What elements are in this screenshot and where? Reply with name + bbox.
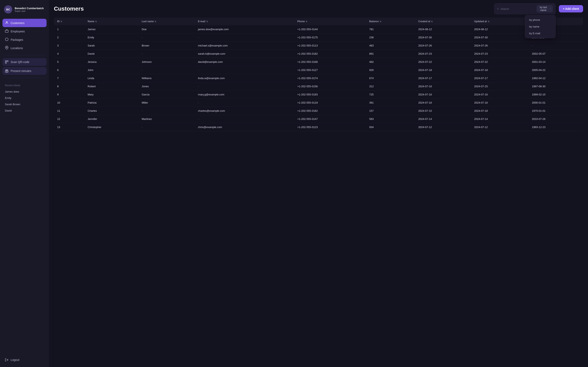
table-row[interactable]: 12JenniferMartinez-+1-202-555-0147583202… <box>54 115 583 123</box>
cell-phone: +1-202-555-0144 <box>294 25 366 33</box>
cell-email: - <box>195 66 294 74</box>
th-last_name[interactable]: Last name⇅ <box>138 17 195 25</box>
cell-phone: +1-202-555-0168 <box>294 58 366 66</box>
cell-last_name: - <box>138 107 195 115</box>
th-updated_at[interactable]: Updated at⇅ <box>471 17 528 25</box>
table-row[interactable]: 8RobertJones-+1-202-555-01563122024-07-1… <box>54 82 583 91</box>
cell-created_at: 2024-08-12 <box>415 25 471 33</box>
customers-table-container: ID⇅Name⇅Last name⇅E-mail⇅Phone⇅Balance⇅C… <box>49 17 588 367</box>
recent-client-item[interactable]: James does <box>2 89 47 95</box>
svg-point-3 <box>6 47 7 48</box>
cell-updated_at: 2024-07-23 <box>471 50 528 58</box>
table-row[interactable]: 10PatriciaMiller-+1-202-555-01193912024-… <box>54 99 583 107</box>
svg-rect-4 <box>5 60 6 62</box>
cell-name: Jennifer <box>84 115 138 123</box>
cell-balance: 236 <box>366 33 415 42</box>
recent-client-item[interactable]: David <box>2 108 47 114</box>
sidebar-item-employees[interactable]: Employees <box>2 27 47 35</box>
table-row[interactable]: 6John--+1-202-555-01279262024-07-182024-… <box>54 66 583 74</box>
cell-balance: 157 <box>366 107 415 115</box>
sidebar-item-customers[interactable]: Customers <box>2 19 47 27</box>
table-row[interactable]: 7LindaWilliamslinda.w@example.com+1-202-… <box>54 74 583 82</box>
cell-last_name: Johnson <box>138 58 195 66</box>
recent-client-item[interactable]: Emily <box>2 95 47 101</box>
table-row[interactable]: 4David-sarah.b@example.com+1-202-555-018… <box>54 50 583 58</box>
qr-icon <box>5 60 9 64</box>
scan-qr-button[interactable]: Scan QR-code <box>2 58 47 66</box>
table-row[interactable]: 13Christopher-chris@example.com+1-202-55… <box>54 123 583 131</box>
recent-client-item[interactable]: Sarah Brown <box>2 101 47 108</box>
sidebar: BC Benedict Cumberbatch Super user Custo… <box>0 0 49 367</box>
table-row[interactable]: 3SarahBrownmichael.s@example.com+1-202-5… <box>54 42 583 50</box>
cell-phone: +1-202-555-0174 <box>294 74 366 82</box>
cell-created_at: 2024-07-17 <box>415 74 471 82</box>
search-by-button[interactable]: by last name <box>536 5 553 12</box>
col-label: Created at <box>418 20 430 23</box>
cell-id: 5 <box>54 58 84 66</box>
cell-last_name: - <box>138 66 195 74</box>
cell-name: Sarah <box>84 42 138 50</box>
col-label: Updated at <box>474 20 487 23</box>
sort-icon: ⇅ <box>306 20 307 23</box>
cell-id: 11 <box>54 107 84 115</box>
divider2 <box>3 78 46 78</box>
cell-email: linda.w@example.com <box>195 74 294 82</box>
table-row[interactable]: 9MaryGarciamary.g@example.com+1-202-555-… <box>54 91 583 99</box>
cell-id: 9 <box>54 91 84 99</box>
user-name: Benedict Cumberbatch <box>15 7 44 10</box>
col-label: Phone <box>297 20 305 23</box>
cell-email: - <box>195 33 294 42</box>
table-row[interactable]: 5JessicaJohnsondavid@example.com+1-202-5… <box>54 58 583 66</box>
cell-id: 7 <box>54 74 84 82</box>
cell-phone: +1-202-555-0113 <box>294 42 366 50</box>
cell-phone: +1-202-555-0123 <box>294 123 366 131</box>
cell-balance: 926 <box>366 66 415 74</box>
user-profile: BC Benedict Cumberbatch Super user <box>2 3 47 17</box>
svg-rect-5 <box>7 60 8 62</box>
cell-birth_date: - <box>528 42 583 50</box>
logout-button[interactable]: Logout <box>2 356 47 364</box>
cell-birth_date: 1970-01-01 <box>528 107 583 115</box>
th-created_at[interactable]: Created at⇅ <box>415 17 471 25</box>
sort-icon: ⇅ <box>206 20 208 23</box>
th-email[interactable]: E-mail⇅ <box>195 17 294 25</box>
th-id[interactable]: ID⇅ <box>54 17 84 25</box>
cell-balance: 781 <box>366 25 415 33</box>
cell-email: mary.g@example.com <box>195 91 294 99</box>
cell-email: charles@example.com <box>195 107 294 115</box>
cell-id: 3 <box>54 42 84 50</box>
sidebar-item-packages[interactable]: Packages <box>2 35 47 44</box>
cell-balance: 725 <box>366 91 415 99</box>
table-row[interactable]: 2Emily--+1-202-555-01752362024-07-302024… <box>54 33 583 42</box>
cell-name: Linda <box>84 74 138 82</box>
sidebar-item-locations[interactable]: Locations <box>2 44 47 52</box>
svg-line-18 <box>498 9 499 9</box>
table-row[interactable]: 11Charles-charles@example.com+1-202-555-… <box>54 107 583 115</box>
cell-phone: +1-202-555-0119 <box>294 99 366 107</box>
cell-id: 10 <box>54 99 84 107</box>
dropdown-option[interactable]: by name <box>526 23 554 30</box>
present-minutes-button[interactable]: Present minutes <box>2 67 47 75</box>
cell-name: Robert <box>84 82 138 91</box>
table-row[interactable]: 1JamesDoejames.doe@example.com+1-202-555… <box>54 25 583 33</box>
dropdown-option[interactable]: by phone <box>526 17 554 23</box>
th-balance[interactable]: Balance⇅ <box>366 17 415 25</box>
divider <box>3 55 46 55</box>
cell-updated_at: 2024-07-18 <box>471 66 528 74</box>
sidebar-item-label: Customers <box>11 21 25 25</box>
cell-name: James <box>84 25 138 33</box>
col-label: E-mail <box>198 20 205 23</box>
add-client-button[interactable]: + Add client <box>559 5 583 12</box>
th-name[interactable]: Name⇅ <box>84 17 138 25</box>
user-role: Super user <box>15 10 44 12</box>
cell-created_at: 2024-07-16 <box>415 82 471 91</box>
cell-updated_at: 2024-07-17 <box>471 74 528 82</box>
search-input[interactable] <box>501 7 535 10</box>
th-phone[interactable]: Phone⇅ <box>294 17 366 25</box>
cell-updated_at: 2024-07-22 <box>471 58 528 66</box>
search-icon <box>497 7 499 10</box>
cell-email: james.doe@example.com <box>195 25 294 33</box>
cell-created_at: 2024-07-26 <box>415 42 471 50</box>
cell-email: sarah.b@example.com <box>195 50 294 58</box>
dropdown-option[interactable]: by E-mail <box>526 30 554 37</box>
